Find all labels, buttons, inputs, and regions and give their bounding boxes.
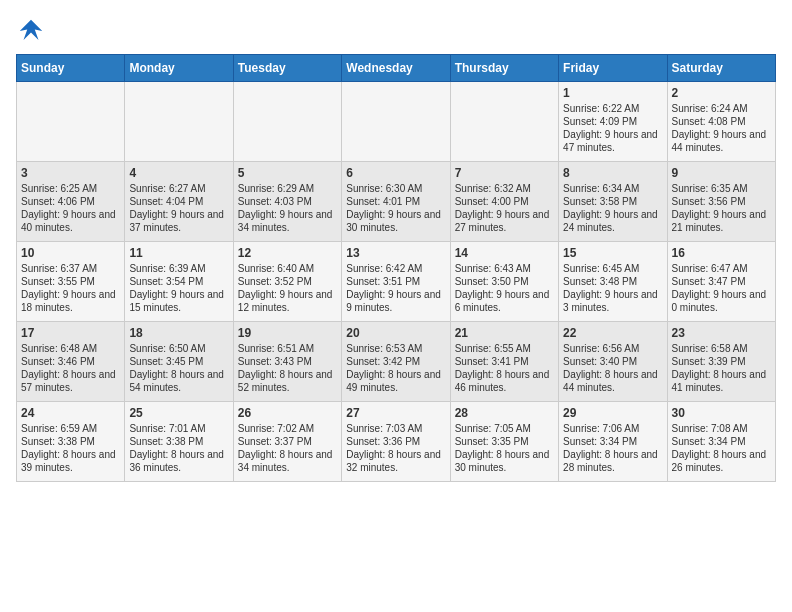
day-info: Daylight: 9 hours and 27 minutes. [455,208,554,234]
day-info: Daylight: 8 hours and 49 minutes. [346,368,445,394]
day-info: Daylight: 8 hours and 44 minutes. [563,368,662,394]
day-info: Sunrise: 6:42 AM [346,262,445,275]
weekday-header: Saturday [667,55,775,82]
calendar-table: SundayMondayTuesdayWednesdayThursdayFrid… [16,54,776,482]
day-info: Sunset: 4:06 PM [21,195,120,208]
logo-bird-icon [16,16,46,46]
day-info: Daylight: 8 hours and 26 minutes. [672,448,771,474]
calendar-cell: 21Sunrise: 6:55 AMSunset: 3:41 PMDayligh… [450,322,558,402]
calendar-cell: 16Sunrise: 6:47 AMSunset: 3:47 PMDayligh… [667,242,775,322]
calendar-cell: 10Sunrise: 6:37 AMSunset: 3:55 PMDayligh… [17,242,125,322]
day-info: Sunset: 3:35 PM [455,435,554,448]
day-info: Daylight: 8 hours and 46 minutes. [455,368,554,394]
page-header [16,16,776,46]
day-number: 18 [129,326,228,340]
day-info: Sunset: 3:38 PM [129,435,228,448]
day-info: Daylight: 9 hours and 47 minutes. [563,128,662,154]
day-info: Sunrise: 6:47 AM [672,262,771,275]
calendar-cell: 25Sunrise: 7:01 AMSunset: 3:38 PMDayligh… [125,402,233,482]
day-number: 5 [238,166,337,180]
day-info: Sunset: 3:58 PM [563,195,662,208]
day-info: Sunrise: 6:43 AM [455,262,554,275]
day-info: Daylight: 9 hours and 0 minutes. [672,288,771,314]
day-number: 19 [238,326,337,340]
calendar-week-row: 3Sunrise: 6:25 AMSunset: 4:06 PMDaylight… [17,162,776,242]
day-info: Sunset: 3:54 PM [129,275,228,288]
weekday-header: Sunday [17,55,125,82]
day-info: Sunset: 3:47 PM [672,275,771,288]
calendar-cell: 13Sunrise: 6:42 AMSunset: 3:51 PMDayligh… [342,242,450,322]
day-info: Sunset: 3:43 PM [238,355,337,368]
day-number: 25 [129,406,228,420]
day-info: Sunset: 3:50 PM [455,275,554,288]
logo [16,16,50,46]
weekday-header: Thursday [450,55,558,82]
day-info: Sunrise: 6:30 AM [346,182,445,195]
day-info: Daylight: 8 hours and 28 minutes. [563,448,662,474]
calendar-week-row: 10Sunrise: 6:37 AMSunset: 3:55 PMDayligh… [17,242,776,322]
calendar-week-row: 24Sunrise: 6:59 AMSunset: 3:38 PMDayligh… [17,402,776,482]
calendar-cell: 8Sunrise: 6:34 AMSunset: 3:58 PMDaylight… [559,162,667,242]
calendar-cell [233,82,341,162]
calendar-cell: 6Sunrise: 6:30 AMSunset: 4:01 PMDaylight… [342,162,450,242]
day-info: Sunset: 4:03 PM [238,195,337,208]
day-info: Sunrise: 6:53 AM [346,342,445,355]
day-info: Daylight: 8 hours and 30 minutes. [455,448,554,474]
day-number: 15 [563,246,662,260]
day-number: 21 [455,326,554,340]
day-info: Sunrise: 6:39 AM [129,262,228,275]
calendar-cell: 20Sunrise: 6:53 AMSunset: 3:42 PMDayligh… [342,322,450,402]
day-info: Sunrise: 6:50 AM [129,342,228,355]
calendar-cell: 28Sunrise: 7:05 AMSunset: 3:35 PMDayligh… [450,402,558,482]
day-info: Sunrise: 6:27 AM [129,182,228,195]
calendar-cell: 24Sunrise: 6:59 AMSunset: 3:38 PMDayligh… [17,402,125,482]
day-number: 2 [672,86,771,100]
day-number: 10 [21,246,120,260]
day-info: Daylight: 9 hours and 9 minutes. [346,288,445,314]
day-info: Sunrise: 6:59 AM [21,422,120,435]
calendar-week-row: 1Sunrise: 6:22 AMSunset: 4:09 PMDaylight… [17,82,776,162]
day-info: Daylight: 9 hours and 21 minutes. [672,208,771,234]
calendar-cell: 15Sunrise: 6:45 AMSunset: 3:48 PMDayligh… [559,242,667,322]
calendar-cell: 26Sunrise: 7:02 AMSunset: 3:37 PMDayligh… [233,402,341,482]
day-info: Sunset: 3:55 PM [21,275,120,288]
day-info: Daylight: 9 hours and 18 minutes. [21,288,120,314]
day-info: Sunset: 3:51 PM [346,275,445,288]
day-info: Daylight: 9 hours and 24 minutes. [563,208,662,234]
day-info: Sunrise: 6:51 AM [238,342,337,355]
day-info: Sunrise: 6:22 AM [563,102,662,115]
day-info: Sunset: 3:56 PM [672,195,771,208]
calendar-cell: 11Sunrise: 6:39 AMSunset: 3:54 PMDayligh… [125,242,233,322]
day-info: Daylight: 8 hours and 36 minutes. [129,448,228,474]
day-info: Sunset: 4:00 PM [455,195,554,208]
day-info: Sunset: 3:40 PM [563,355,662,368]
day-number: 26 [238,406,337,420]
day-info: Daylight: 9 hours and 15 minutes. [129,288,228,314]
day-info: Daylight: 8 hours and 34 minutes. [238,448,337,474]
calendar-cell: 1Sunrise: 6:22 AMSunset: 4:09 PMDaylight… [559,82,667,162]
day-info: Sunrise: 7:05 AM [455,422,554,435]
day-info: Sunrise: 6:37 AM [21,262,120,275]
day-info: Sunset: 3:37 PM [238,435,337,448]
day-number: 12 [238,246,337,260]
day-info: Daylight: 9 hours and 37 minutes. [129,208,228,234]
calendar-cell: 7Sunrise: 6:32 AMSunset: 4:00 PMDaylight… [450,162,558,242]
day-number: 11 [129,246,228,260]
day-info: Daylight: 8 hours and 54 minutes. [129,368,228,394]
day-info: Daylight: 9 hours and 12 minutes. [238,288,337,314]
calendar-body: 1Sunrise: 6:22 AMSunset: 4:09 PMDaylight… [17,82,776,482]
header-row: SundayMondayTuesdayWednesdayThursdayFrid… [17,55,776,82]
day-info: Daylight: 9 hours and 44 minutes. [672,128,771,154]
calendar-cell: 14Sunrise: 6:43 AMSunset: 3:50 PMDayligh… [450,242,558,322]
weekday-header: Wednesday [342,55,450,82]
day-info: Sunset: 3:45 PM [129,355,228,368]
day-number: 23 [672,326,771,340]
day-info: Sunrise: 6:24 AM [672,102,771,115]
day-info: Sunrise: 7:08 AM [672,422,771,435]
day-info: Sunrise: 6:32 AM [455,182,554,195]
day-info: Sunset: 4:08 PM [672,115,771,128]
weekday-header: Tuesday [233,55,341,82]
day-info: Daylight: 8 hours and 41 minutes. [672,368,771,394]
day-info: Sunset: 3:34 PM [563,435,662,448]
day-number: 1 [563,86,662,100]
